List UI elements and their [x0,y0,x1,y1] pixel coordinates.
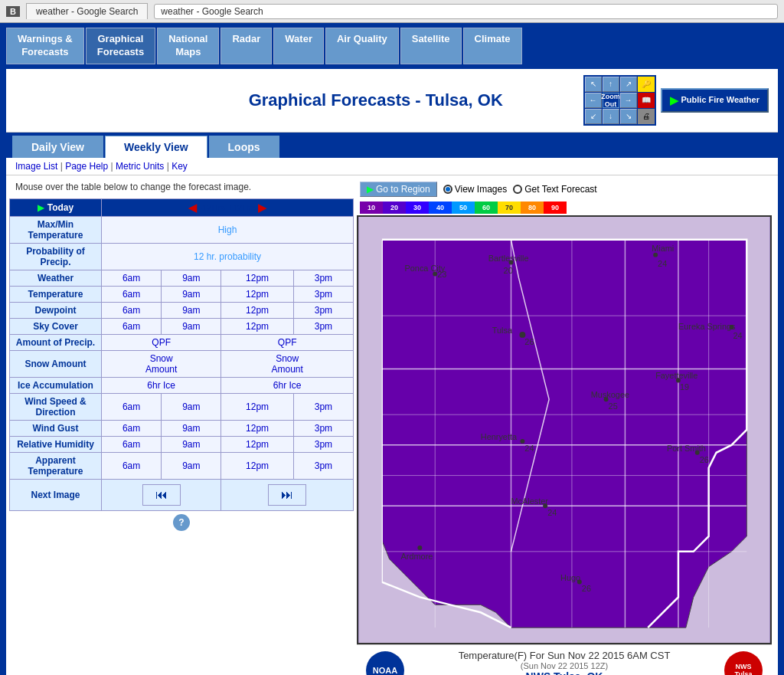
browser-tab[interactable]: weather - Google Search [26,3,148,19]
table-row: Weather 6am 9am 12pm 3pm [10,270,354,286]
table-row: Wind Gust 6am 9am 12pm 3pm [10,420,354,436]
arrow-s[interactable]: ↓ [603,109,619,124]
prev-image-btn[interactable]: ⏮ [142,484,181,506]
book-icon[interactable]: 📖 [638,93,655,108]
temp-3pm[interactable]: 3pm [293,286,353,302]
arrow-ne[interactable]: ↗ [620,77,637,92]
sky-3pm[interactable]: 3pm [293,318,353,334]
ice-accum-1[interactable]: 6hr Ice [102,377,221,393]
view-images-option[interactable]: View Images [443,184,507,195]
arrow-sw[interactable]: ↙ [585,109,602,124]
view-images-radio[interactable] [443,185,452,194]
image-list-link[interactable]: Image List [15,161,57,172]
zoom-out-btn[interactable]: ZoomOut [603,93,619,108]
page-help-link[interactable]: Page Help [65,161,108,172]
key-link[interactable]: Key [172,161,188,172]
snow-amount-2[interactable]: SnowAmount [221,350,354,377]
gust-3pm[interactable]: 3pm [293,420,353,436]
weather-12pm[interactable]: 12pm [221,270,293,286]
nav-warnings-forecasts[interactable]: Warnings &Forecasts [6,28,84,64]
apparent-6am[interactable]: 6am [102,452,162,479]
nav-graphical-forecasts[interactable]: GraphicalForecasts [86,28,155,64]
ice-accum-2[interactable]: 6hr Ice [221,377,354,393]
dewpoint-12pm[interactable]: 12pm [221,302,293,318]
gust-12pm[interactable]: 12pm [221,420,293,436]
gust-9am[interactable]: 9am [162,420,221,436]
apparent-9am[interactable]: 9am [162,452,221,479]
nav-air-quality[interactable]: Air Quality [325,28,399,64]
temp-9am[interactable]: 9am [162,286,221,302]
temp-12pm[interactable]: 12pm [221,286,293,302]
arrow-e[interactable]: → [620,93,637,108]
dewpoint-6am[interactable]: 6am [102,302,162,318]
wind-6am[interactable]: 6am [102,393,162,420]
apparent-12pm[interactable]: 12pm [221,452,293,479]
weather-9am[interactable]: 9am [162,270,221,286]
sky-12pm[interactable]: 12pm [221,318,293,334]
tabs-row: Daily View Weekly View Loops [6,133,778,158]
metric-units-link[interactable]: Metric Units [116,161,164,172]
tab-loops[interactable]: Loops [209,136,279,158]
wind-12pm[interactable]: 12pm [221,393,293,420]
precip-qpf-2[interactable]: QPF [221,334,354,350]
temp-6am[interactable]: 6am [102,286,162,302]
nav-national-maps[interactable]: NationalMaps [157,28,219,64]
arrow-w[interactable]: ← [585,93,602,108]
table-row: Sky Cover 6am 9am 12pm 3pm [10,318,354,334]
humidity-9am[interactable]: 9am [162,436,221,452]
get-text-option[interactable]: Get Text Forecast [513,184,596,195]
wind-3pm[interactable]: 3pm [293,393,353,420]
humidity-12pm[interactable]: 12pm [221,436,293,452]
max-min-value[interactable]: High [102,216,354,243]
sky-9am[interactable]: 9am [162,318,221,334]
hr-nav: ◀ -12Hrs +12Hrs ▶ [105,202,350,214]
noaa-logo: NOAA [366,651,404,675]
temperature-label: Temperature [10,286,102,302]
table-row: Max/MinTemperature High [10,216,354,243]
sky-6am[interactable]: 6am [102,318,162,334]
url-bar[interactable]: weather - Google Search [154,4,778,19]
wind-9am[interactable]: 9am [162,393,221,420]
help-button[interactable]: ? [173,514,190,531]
dewpoint-9am[interactable]: 9am [162,302,221,318]
humidity-6am[interactable]: 6am [102,436,162,452]
arrow-se[interactable]: ↘ [620,109,637,124]
svg-text:20: 20 [504,266,513,275]
svg-text:Henryetta: Henryetta [481,432,518,441]
weather-6am[interactable]: 6am [102,270,162,286]
snow-amount-label: Snow Amount [10,350,102,377]
weather-3pm[interactable]: 3pm [293,270,353,286]
get-text-radio[interactable] [513,185,522,194]
svg-text:26: 26 [524,337,534,346]
nav-radar[interactable]: Radar [220,28,272,64]
arrow-n[interactable]: ↑ [603,77,619,92]
humidity-3pm[interactable]: 3pm [293,436,353,452]
nav-climate[interactable]: Climate [463,28,522,64]
key-icon[interactable]: 🔑 [638,77,655,92]
dewpoint-3pm[interactable]: 3pm [293,302,353,318]
nav-satellite[interactable]: Satellite [400,28,462,64]
printer-icon[interactable]: 🖨 [638,109,655,124]
snow-amount-1[interactable]: SnowAmount [102,350,221,377]
fire-weather-btn[interactable]: ▶ Public Fire Weather [661,88,769,113]
prob-precip-value[interactable]: 12 hr. probability [102,243,354,270]
apparent-3pm[interactable]: 3pm [293,452,353,479]
color-scale-bar: 10 20 30 40 50 60 70 80 90 [360,202,769,214]
go-to-region-btn[interactable]: ▶ Go to Region [360,182,437,197]
nws-logo: NWSTulsa [724,651,763,675]
right-panel: ▶ Go to Region View Images Get Text Fore… [354,179,775,675]
gust-6am[interactable]: 6am [102,420,162,436]
nav-water[interactable]: Water [273,28,324,64]
svg-text:23: 23 [437,270,446,279]
tab-weekly-view[interactable]: Weekly View [105,136,207,158]
scale-30: 30 [406,202,429,214]
plus-12hrs-arrow[interactable]: ▶ [258,202,266,214]
precip-qpf-1[interactable]: QPF [102,334,221,350]
top-nav: Warnings &Forecasts GraphicalForecasts N… [3,26,781,66]
minus-12hrs-arrow[interactable]: ◀ [188,202,197,214]
tab-daily-view[interactable]: Daily View [12,136,103,158]
arrow-nw[interactable]: ↖ [585,77,602,92]
table-row: Amount of Precip. QPF QPF [10,334,354,350]
next-image-btn[interactable]: ⏭ [268,484,306,506]
page-title: Graphical Forecasts - Tulsa, OK [168,90,583,110]
